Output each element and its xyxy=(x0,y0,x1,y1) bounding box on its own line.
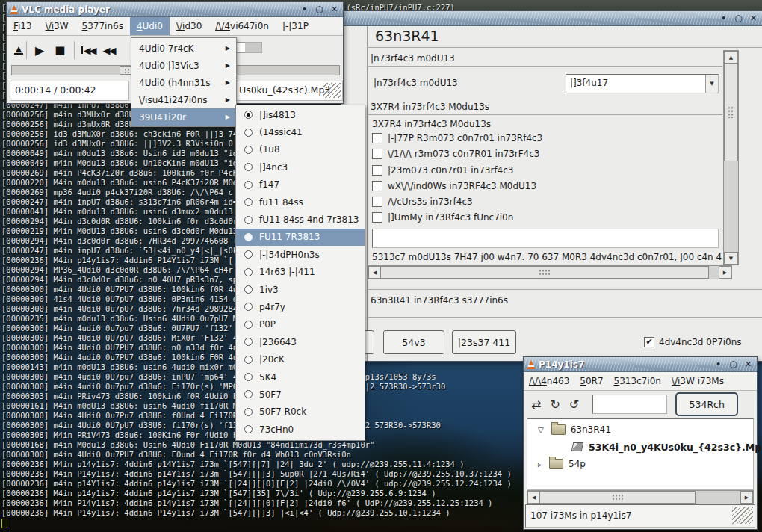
playlist-toolbar: ⇄ ↻ ↺ 534Rch xyxy=(524,390,757,418)
minimize-icon[interactable]: • xyxy=(713,359,723,369)
search-input[interactable] xyxy=(592,395,667,414)
chevron-down-icon[interactable]: ▼ xyxy=(705,75,718,93)
close-icon[interactable]: ✕ xyxy=(743,359,753,369)
prefs-vscrollbar-thumb[interactable] xyxy=(724,63,738,161)
menu-audio-channels[interactable]: 4Udi0 (h4nn31s▶ xyxy=(131,74,236,91)
menu-video[interactable]: \/id30 xyxy=(170,17,208,35)
preset-full-bass[interactable]: fu11 84ss xyxy=(236,194,365,211)
scroll-down-icon[interactable]: ▼ xyxy=(724,252,738,265)
menu-sort[interactable]: 50R7 xyxy=(574,372,608,390)
scroll-up-icon[interactable]: ▲ xyxy=(724,51,738,64)
advanced-options-checkbox[interactable]: ✔ xyxy=(644,337,654,347)
extra-modules-input[interactable] xyxy=(372,229,719,248)
radio-icon xyxy=(244,303,253,311)
preset-party[interactable]: p4r7y xyxy=(236,298,365,315)
preset-rock[interactable]: |20cK xyxy=(236,350,365,368)
dummy-interface-checkbox[interactable] xyxy=(372,212,382,223)
maximize-icon[interactable]: ○ xyxy=(734,13,743,23)
menu-audio-track[interactable]: 4Udi0 7r4cK▶ xyxy=(131,40,236,57)
tree-row-current-item[interactable]: 53K4i_n0_y4KUs0ku_{42s3c}.Mp3 xyxy=(527,439,753,455)
menu-manage[interactable]: /\/\4n463 xyxy=(524,372,574,390)
play-button[interactable]: ▶ xyxy=(35,43,44,58)
interface-module-combobox[interactable]: |]3f4u17 ▼ xyxy=(566,74,719,93)
tree-row-general[interactable]: ▽ 63n3R41 xyxy=(527,421,753,438)
scroll-left-icon[interactable]: ◀ xyxy=(368,266,381,279)
expander-closed-icon[interactable]: ▹ xyxy=(538,460,542,468)
menu-file[interactable]: Fi13 xyxy=(7,17,39,35)
playlist-tree: ▽ 63n3R41 53K4i_n0_y4KUs0ku_{42s3c}.Mp3 … xyxy=(527,418,754,490)
close-icon[interactable]: ✕ xyxy=(329,4,339,14)
scroll-right-icon[interactable]: ▶ xyxy=(740,491,753,504)
maximize-icon[interactable]: ○ xyxy=(728,359,738,369)
wxwindows-interface-checkbox[interactable] xyxy=(372,181,382,191)
preset-soft[interactable]: 50F7 xyxy=(236,386,365,403)
repeat-all-icon[interactable]: ↻ xyxy=(550,398,560,412)
divider xyxy=(368,114,722,115)
ncurses-interface-checkbox[interactable] xyxy=(372,197,382,207)
general-settings-footer-label: 63n3R41 in73Rf4c3 s3777in6s xyxy=(371,295,508,306)
interface-section-label: |n73rf4c3 m0dU13 xyxy=(371,53,455,64)
maximize-icon[interactable]: ○ xyxy=(315,4,324,14)
preset-full-bass-treble[interactable]: fU11 84ss 4nd 7r3813 xyxy=(236,211,365,228)
menu-navigation[interactable]: /\/4vi647i0n xyxy=(208,17,276,35)
submenu-arrow-icon: ▶ xyxy=(226,96,230,103)
rewind-button[interactable]: ◀◀ xyxy=(103,45,115,56)
menu-audio-device[interactable]: 4Udi0 |]3Vic3▶ xyxy=(131,57,236,74)
prefs-hscrollbar-thumb[interactable] xyxy=(380,266,709,279)
preset-techno[interactable]: 73cHn0 xyxy=(236,421,365,438)
preset-soft-rock[interactable]: 50F7 R0ck xyxy=(236,403,365,421)
minimize-icon[interactable]: • xyxy=(719,13,728,23)
previous-button[interactable]: ◀◀ xyxy=(81,45,96,56)
submenu-arrow-icon: ▶ xyxy=(226,114,230,120)
reset-all-button[interactable]: |23s37 411 xyxy=(452,330,516,354)
menu-settings[interactable]: 5377in6s xyxy=(75,17,130,35)
remote-interface-checkbox[interactable] xyxy=(372,165,382,176)
preset-live[interactable]: 1iv3 xyxy=(236,281,365,298)
repeat-one-icon[interactable]: ↺ xyxy=(569,398,579,412)
preset-dance[interactable]: |]4nc3 xyxy=(236,158,365,176)
shuffle-icon[interactable]: ⇄ xyxy=(531,398,541,412)
preset-flat[interactable]: f147 xyxy=(236,176,365,194)
vlm-interface-checkbox[interactable] xyxy=(372,149,382,159)
preferences-page-title: 63n3R41 xyxy=(375,28,439,44)
minimize-icon[interactable]: • xyxy=(300,4,309,14)
preset-headphones[interactable]: |-|34dPH0n3s xyxy=(236,246,365,263)
vlc-titlebar[interactable]: VLC media player • ○ ✕ xyxy=(7,2,343,17)
menu-view-items[interactable]: \/i3W i73Ms xyxy=(666,372,729,390)
close-icon[interactable]: ✕ xyxy=(749,13,758,23)
expander-open-icon[interactable]: ▽ xyxy=(538,426,544,434)
search-button[interactable]: 534Rch xyxy=(675,392,738,416)
menu-equalizer[interactable]: 39U41i20r▶ xyxy=(131,108,236,126)
menu-help[interactable]: |-|31P xyxy=(276,17,315,35)
preset-disable[interactable]: |]is4813 xyxy=(236,106,365,123)
stop-button[interactable]: ■ xyxy=(55,43,65,57)
menu-selection[interactable]: 5313c7i0n xyxy=(609,372,666,390)
preferences-titlebar[interactable]: • ○ ✕ xyxy=(341,11,762,26)
prefs-vscrollbar[interactable]: ▲ ▼ xyxy=(723,50,739,265)
scroll-right-icon[interactable]: ▶ xyxy=(719,266,731,279)
playlist-hscrollbar-thumb[interactable] xyxy=(539,491,696,504)
preset-club[interactable]: (1u8 xyxy=(236,141,365,158)
preset-ska[interactable]: 5K4 xyxy=(236,368,365,386)
preset-classical[interactable]: (14ssic41 xyxy=(236,123,365,140)
scroll-left-icon[interactable]: ◀ xyxy=(527,491,540,504)
vlm-interface-label: \/1/\/\ r3m073 c0n7R01 in73rF4c3 xyxy=(388,149,540,159)
tree-row-sap[interactable]: ▹ 54p xyxy=(527,456,753,472)
menu-visualizations[interactable]: \/isu41i247i0ns▶ xyxy=(131,91,236,108)
save-button[interactable]: 54v3 xyxy=(383,330,444,354)
radio-icon xyxy=(244,268,253,276)
preset-large-hall[interactable]: 14r63 |-|411 xyxy=(236,264,365,281)
menu-view[interactable]: \/i3W xyxy=(39,17,75,35)
http-interface-checkbox[interactable] xyxy=(372,133,382,143)
preset-pop[interactable]: P0P xyxy=(236,316,365,333)
preset-full-treble[interactable]: FU11 7R3813 xyxy=(236,229,365,246)
volume-slider-trough[interactable] xyxy=(245,42,262,53)
eject-button[interactable]: ▲ xyxy=(14,46,23,55)
playlist-hscrollbar[interactable]: ◀ ▶ xyxy=(527,490,754,504)
vlc-window-title: VLC media player xyxy=(22,4,110,15)
dummy-interface-label: |]UmMy in73Rf4c3 fUnc7i0n xyxy=(388,212,513,223)
preset-reggae[interactable]: |236643 xyxy=(236,333,365,350)
menu-audio[interactable]: 4Udi0 xyxy=(130,17,170,35)
prefs-hscrollbar[interactable]: ◀ ▶ xyxy=(368,265,732,279)
playlist-titlebar[interactable]: P14y1is7 • ○ ✕ xyxy=(524,357,757,372)
